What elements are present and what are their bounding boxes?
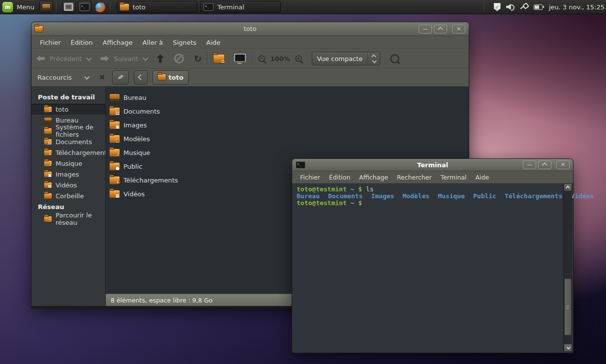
sidebar-item[interactable]: Téléchargements — [31, 147, 105, 158]
documents-folder-icon — [110, 108, 120, 115]
sidebar-item[interactable]: Musique — [31, 158, 105, 169]
stop-icon[interactable] — [174, 54, 184, 63]
downloads-folder-icon — [44, 150, 52, 155]
terminal-menu-item[interactable]: Fichier — [296, 173, 324, 182]
sidebar-item-label: Corbeille — [56, 192, 84, 200]
show-desktop-button[interactable] — [39, 1, 53, 13]
fm-menu-item[interactable]: Signets — [168, 37, 201, 48]
status-text: 8 éléments, espace libre : 9,8 Go — [111, 297, 212, 304]
sidebar-item-label: Parcourir le réseau — [56, 212, 105, 226]
ls-entry: Documents — [328, 192, 363, 200]
zoom-out-icon[interactable]: − — [258, 55, 265, 62]
scrollbar-thumb[interactable] — [564, 278, 572, 336]
images-folder-icon — [44, 172, 52, 177]
fm-menu-item[interactable]: Fichier — [35, 37, 65, 48]
network-icon — [44, 216, 52, 222]
taskbar-item-terminal[interactable]: >_ Terminal — [200, 1, 281, 13]
chevron-left-icon — [138, 74, 143, 80]
taskbar-item-toto[interactable]: toto — [117, 1, 197, 13]
toolbar-home-icon[interactable] — [213, 55, 224, 63]
forward-history-chevron-icon[interactable] — [143, 56, 148, 61]
scrollbar-track[interactable] — [564, 191, 572, 344]
sidebar-item-label: Système de fichiers — [56, 123, 105, 138]
terminal-menu-item[interactable]: Édition — [325, 173, 354, 182]
fm-menu-item[interactable]: Aide — [202, 37, 225, 48]
terminal-menu-item[interactable]: Aide — [471, 173, 493, 182]
display-launcher-button[interactable] — [62, 1, 76, 13]
taskbar-item-label: Terminal — [217, 3, 244, 11]
sidebar-mode-select[interactable]: Raccourcis — [37, 74, 89, 81]
network-plug-icon[interactable] — [520, 3, 529, 11]
volume-icon[interactable] — [506, 3, 515, 10]
terminal-launcher-button[interactable]: >_ — [78, 1, 91, 13]
desktop-folder-icon — [44, 118, 52, 123]
fm-menu-item[interactable]: Affichage — [98, 37, 137, 48]
sidebar-header-computer: Poste de travail — [31, 91, 105, 104]
fm-window-title: toto — [31, 25, 469, 32]
videos-folder-icon — [44, 182, 52, 188]
fm-titlebar[interactable]: toto — × — [31, 22, 469, 36]
zoom-in-icon[interactable]: + — [295, 55, 302, 62]
file-row-label: Modèles — [123, 135, 150, 143]
file-row-label: Images — [123, 121, 147, 129]
sidebar-item[interactable]: toto — [31, 104, 105, 115]
back-history-chevron-icon[interactable] — [86, 56, 91, 61]
sidebar-item[interactable]: Images — [31, 169, 105, 180]
file-row[interactable]: Documents — [110, 104, 469, 118]
fm-menu-item[interactable]: Édition — [66, 37, 97, 48]
show-desktop-icon — [42, 4, 50, 10]
battery-icon[interactable] — [534, 4, 543, 10]
up-button[interactable] — [157, 55, 164, 63]
terminal-command: ls — [366, 185, 374, 193]
file-row-label: Musique — [123, 149, 150, 156]
view-mode-value: Vue compacte — [317, 55, 363, 62]
folder-task-icon — [120, 4, 129, 10]
panel-clock[interactable]: jeu. 3 nov., 15:25 — [549, 3, 605, 11]
system-tray: ✓ jeu. 3 nov., 15:25 — [482, 2, 606, 12]
terminal-menubar: FichierÉditionAffichageRechercherTermina… — [292, 171, 573, 183]
fm-maximize-button[interactable] — [434, 25, 447, 33]
terminal-content[interactable]: toto@testmint ~ $ ls BureauDocumentsImag… — [292, 183, 573, 353]
file-row[interactable]: Modèles — [110, 132, 469, 146]
fm-menu-item[interactable]: Aller à — [138, 37, 168, 48]
fm-close-button[interactable]: × — [452, 25, 465, 33]
scroll-up-icon[interactable] — [564, 183, 572, 191]
view-mode-select[interactable]: Vue compacte — [312, 52, 381, 65]
path-button-toto[interactable]: toto — [152, 70, 189, 85]
terminal-close-button[interactable]: × — [556, 160, 570, 169]
edit-location-button[interactable]: ✎ — [112, 70, 129, 85]
sidebar-item[interactable]: Corbeille — [31, 190, 105, 201]
computer-icon[interactable] — [234, 54, 246, 62]
refresh-icon[interactable]: ↺ — [194, 54, 202, 63]
sidebar-item-label: Vidéos — [56, 182, 77, 189]
sidebar-item[interactable]: Vidéos — [31, 180, 105, 190]
path-scroll-left-button[interactable] — [134, 70, 148, 85]
menu-button[interactable]: m Menu — [0, 0, 38, 14]
terminal-titlebar[interactable]: >_ Terminal — × — [292, 159, 573, 171]
file-row-label: Public — [123, 163, 142, 170]
templates-folder-icon — [110, 135, 120, 143]
file-row[interactable]: Musique — [110, 146, 469, 159]
search-icon[interactable] — [390, 54, 399, 63]
file-row[interactable]: Bureau — [110, 91, 469, 104]
update-shield-icon[interactable]: ✓ — [493, 3, 501, 11]
terminal-maximize-button[interactable] — [538, 160, 551, 169]
forward-button[interactable]: Suivant — [114, 55, 138, 62]
sidebar-item-label: Musique — [56, 160, 82, 167]
terminal-menu-item[interactable]: Affichage — [355, 173, 392, 182]
terminal-menu-item[interactable]: Terminal — [437, 173, 471, 182]
terminal-scrollbar[interactable] — [563, 183, 572, 352]
terminal-minimize-button[interactable]: — — [523, 160, 536, 169]
terminal-menu-item[interactable]: Rechercher — [393, 173, 436, 182]
sidebar-item[interactable]: Système de fichiers — [31, 125, 105, 136]
scroll-down-icon[interactable] — [564, 344, 572, 352]
back-arrow-icon[interactable] — [36, 56, 45, 62]
fm-minimize-button[interactable]: — — [419, 25, 432, 33]
back-button[interactable]: Précédent — [50, 55, 82, 62]
terminal-launcher-icon: >_ — [80, 3, 90, 11]
firefox-launcher-button[interactable] — [93, 1, 107, 13]
close-sidebar-button[interactable]: ✖ — [99, 73, 105, 81]
sidebar-item[interactable]: Parcourir le réseau — [31, 213, 105, 224]
forward-arrow-icon[interactable] — [100, 56, 109, 62]
file-row[interactable]: Images — [110, 118, 469, 132]
